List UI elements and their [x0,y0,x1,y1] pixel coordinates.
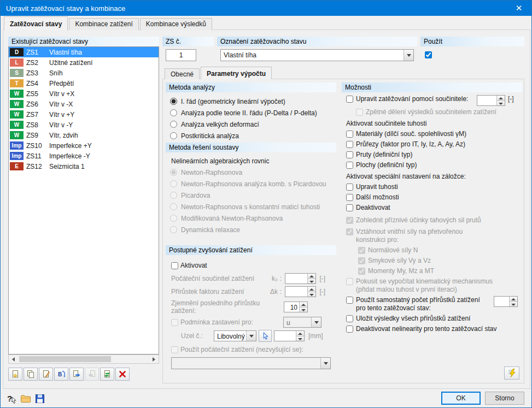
modify-loading-value[interactable] [477,96,496,105]
analysis-method-radio[interactable] [170,109,177,116]
stepper-down-icon[interactable] [300,307,307,312]
materials-checkbox[interactable] [346,131,353,138]
load-case-row[interactable]: WZS9Vítr, zdvih [9,130,159,140]
surfaces-checkbox[interactable] [346,162,353,169]
load-case-number-group: ZS č. 1 [162,37,214,65]
sections-checkbox[interactable] [346,141,353,148]
load-case-row[interactable]: WZS5Vítr v +X [9,88,159,99]
tab-parametry-vypoctu[interactable]: Parametry výpočtu [201,67,272,79]
load-case-id: ZS10 [25,142,46,150]
tab-zatezovaci-stavy[interactable]: Zatěžovací stavy [4,16,68,30]
analysis-method-radio[interactable] [170,98,177,105]
stepper-down-icon[interactable] [510,301,517,307]
help-button[interactable]: ? [5,392,18,405]
refinement-stepper[interactable]: 10 [284,301,308,312]
increment-value [285,287,307,297]
stepper-up-icon [308,287,315,292]
deactivate-nonlinearities-checkbox[interactable] [346,326,353,333]
renumber-load-cases-button[interactable]: B [54,368,68,381]
tab-kombinace-vysledku[interactable]: Kombinace výsledků [140,18,212,30]
modify-loading-stepper[interactable] [477,95,505,106]
modify-loading-checkbox[interactable] [346,96,353,103]
ok-button[interactable]: OK [441,392,481,405]
titlebar[interactable]: Upravit zatěžovací stavy a kombinace ✕ [1,1,531,16]
node-label: Uzel č.: [181,332,212,340]
stepper-down-icon[interactable] [497,100,505,106]
zs-number-field[interactable]: 1 [166,49,196,61]
stepper-up-icon[interactable] [296,331,304,336]
load-case-row[interactable]: EZS12Seizmicita 1 [9,161,159,172]
node-field-value[interactable] [274,331,296,341]
save-results-checkbox[interactable] [346,315,353,322]
calculation-parameters-button[interactable] [504,366,519,380]
hscroll-left-icon[interactable] [9,355,18,363]
stepper-up-icon[interactable] [497,96,505,100]
load-case-row[interactable]: LZS2Užitné zatížení [9,57,159,68]
analysis-method-option[interactable]: I. řád (geometricky lineární výpočet) [170,96,333,107]
hscroll-right-icon[interactable] [149,355,159,363]
refinement-value[interactable]: 10 [284,302,299,312]
analysis-method-option[interactable]: Analýza velkých deformací [170,119,333,130]
analysis-method-group: Metoda analýzy I. řád (geometricky lineá… [166,82,336,144]
tab-obecne[interactable]: Obecné [165,68,200,79]
analysis-method-option[interactable]: Postkritická analýza [170,130,333,141]
node-combo[interactable]: Libovolný [214,330,256,341]
load-case-row[interactable]: WZS6Vítr v -X [9,99,159,109]
load-case-row[interactable]: DZS1Vlastní tíha [9,47,159,57]
node-value-stepper[interactable] [274,330,305,341]
node-pick-button[interactable] [259,330,272,342]
solver-method-radio [170,226,177,233]
separate-increments-checkbox[interactable] [346,297,353,304]
new-load-case-button[interactable] [8,368,22,381]
tension-effects-label: Zohlednit příznivé účinky tahových sil p… [356,216,481,224]
sync-load-cases-button[interactable] [100,368,114,381]
export-load-case-button[interactable] [69,368,84,381]
sections-label: Průřezy (faktor pro IT, Iy, Iz, A, Ay, A… [356,140,465,149]
open-button[interactable] [19,392,32,405]
chevron-down-icon[interactable] [246,331,256,341]
load-case-id: ZS1 [25,49,46,56]
modify-stiffness-checkbox[interactable] [346,184,353,191]
tab-kombinace-zatizeni[interactable]: Kombinace zatížení [69,18,138,30]
deactivate-label: Deaktivovat [356,204,390,212]
analysis-method-radio[interactable] [170,132,177,139]
stepper-down-icon[interactable] [296,336,304,341]
cancel-button[interactable]: Storno [485,392,524,405]
export-arrow-icon [72,369,81,379]
load-case-list-hscrollbar[interactable] [8,354,159,364]
chevron-down-icon[interactable] [404,50,413,61]
load-case-list[interactable]: DZS1Vlastní tíhaLZS2Užitné zatíženíSZS3S… [8,46,159,354]
edit-load-case-button[interactable] [39,368,53,381]
members-checkbox[interactable] [346,151,353,158]
sub-tabbar: Obecné Parametry výpočtu [165,67,273,79]
load-case-row[interactable]: ImpZS11Imperfekce -Y [9,151,159,161]
separate-increments-value[interactable] [494,297,509,306]
deactivate-checkbox[interactable] [346,204,353,211]
use-header: Použít [420,37,524,46]
delete-load-case-button[interactable] [115,368,130,381]
analysis-method-radio[interactable] [170,121,177,128]
initial-factor-symbol: k₀ : [267,275,282,282]
use-checkbox[interactable] [425,51,432,58]
load-case-row[interactable]: TZS4Předpětí [9,78,159,88]
stepper-up-icon[interactable] [510,297,517,301]
separate-increments-stepper[interactable] [494,296,518,307]
special-settings-heading: Aktivovat speciální nastavení na záložce… [346,173,518,180]
load-case-id: ZS12 [25,163,46,170]
save-button[interactable] [33,392,46,405]
load-case-row[interactable]: SZS3Sníh [9,68,159,78]
stepper-up-icon[interactable] [300,302,307,307]
analysis-method-option[interactable]: Analýza podle teorie II. řádu (P-Delta /… [170,107,333,119]
load-case-id: ZS2 [25,59,46,67]
activate-checkbox[interactable] [171,262,178,269]
load-case-row[interactable]: ImpZS10Imperfekce +Y [9,140,159,151]
load-case-row[interactable]: WZS7Vítr v +Y [9,109,159,120]
designation-combo[interactable]: Vlastní tíha [220,49,414,61]
close-button[interactable]: ✕ [506,1,531,16]
load-case-row[interactable]: WZS8Vítr v -Y [9,120,159,130]
hscroll-thumb[interactable] [19,356,111,362]
load-case-type-badge: S [10,69,24,77]
hscroll-track[interactable] [18,355,149,363]
extra-options-checkbox[interactable] [346,194,353,201]
copy-load-case-button[interactable] [24,368,38,381]
